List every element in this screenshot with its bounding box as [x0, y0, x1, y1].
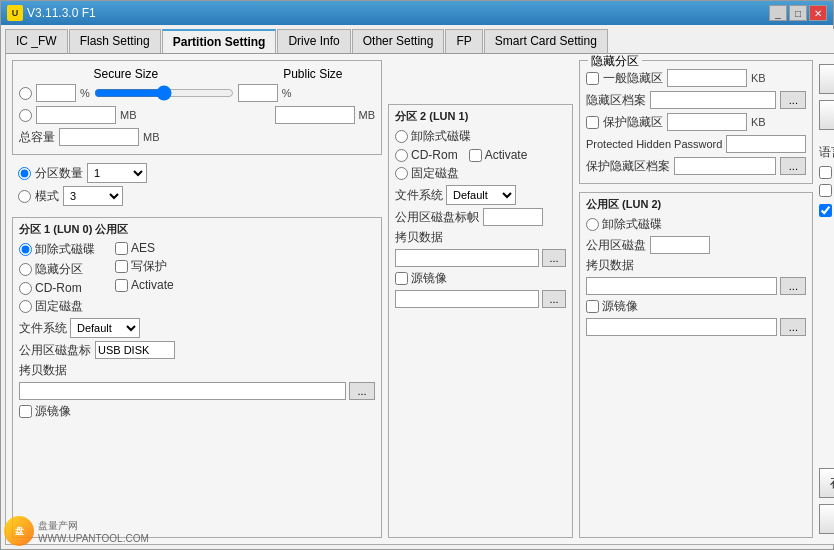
secure-percent-input[interactable] — [36, 84, 76, 102]
lun0-activate-check[interactable] — [115, 279, 128, 292]
size-slider[interactable] — [94, 87, 234, 99]
save-button[interactable]: 保存 — [819, 64, 834, 94]
tab-fp[interactable]: FP — [445, 29, 482, 53]
protect-hidden-check[interactable] — [586, 116, 599, 129]
lun2-title: 公用区 (LUN 2) — [586, 197, 806, 212]
watermark-logo: 盘 — [4, 516, 34, 546]
lun1-fixed-label: 固定磁盘 — [411, 165, 459, 182]
lun1-removable-label: 卸除式磁碟 — [411, 128, 471, 145]
english-lang-item: English — [819, 165, 834, 179]
kb-unit-2: KB — [751, 116, 766, 128]
language-section: 语言 English 繁體中文 简体中文 — [819, 144, 834, 222]
lun0-removable-radio[interactable] — [19, 243, 32, 256]
partition-count-label: 分区数量 — [35, 165, 83, 182]
lun0-disk-label-row: 公用区磁盘标 — [19, 341, 375, 359]
simplified-check[interactable] — [819, 204, 832, 217]
lun1-disk-label-input[interactable] — [483, 208, 543, 226]
lun2-copy-browse-btn[interactable]: ... — [780, 277, 806, 295]
lang-title: 语言 — [819, 144, 834, 161]
lun0-activate-row: Activate — [115, 278, 174, 292]
lun1-copy-browse-btn[interactable]: ... — [542, 249, 566, 267]
lun0-cdrom-radio[interactable] — [19, 282, 32, 295]
lun0-copy-input[interactable] — [19, 382, 346, 400]
hidden-file-input[interactable] — [650, 91, 776, 109]
public-mb-input[interactable] — [275, 106, 355, 124]
tab-bar: IC _FW Flash Setting Partition Setting D… — [5, 29, 834, 54]
lun1-source-input[interactable] — [395, 290, 539, 308]
tab-partition-setting[interactable]: Partition Setting — [162, 29, 277, 53]
lun0-copy-browse-btn[interactable]: ... — [349, 382, 375, 400]
lun1-copy-input[interactable] — [395, 249, 539, 267]
panel-body: Secure Size Public Size % % — [5, 54, 834, 545]
minimize-button[interactable]: _ — [769, 5, 787, 21]
tab-flash-setting[interactable]: Flash Setting — [69, 29, 161, 53]
cancel-button[interactable]: 取消 — [819, 504, 834, 534]
lun1-activate-label: Activate — [485, 148, 528, 162]
lun1-fs-select[interactable]: Default — [446, 185, 516, 205]
protect-password-input[interactable] — [726, 135, 806, 153]
lun1-cdrom-radio[interactable] — [395, 149, 408, 162]
mode-select[interactable]: 3 1 2 — [63, 186, 123, 206]
protect-file-row: 保护隐藏区档案 ... — [586, 157, 806, 175]
lun1-copy-row: 拷贝数据 — [395, 229, 566, 246]
general-hidden-check[interactable] — [586, 72, 599, 85]
lun2-copy-label: 拷贝数据 — [586, 257, 634, 274]
mb-unit-3: MB — [143, 131, 160, 143]
tab-ic-fw[interactable]: IC _FW — [5, 29, 68, 53]
partition-count-select[interactable]: 1 2 3 — [87, 163, 147, 183]
lun1-source-browse-btn[interactable]: ... — [542, 290, 566, 308]
traditional-check[interactable] — [819, 184, 832, 197]
lun2-disk-label-input[interactable] — [650, 236, 710, 254]
general-hidden-label: 一般隐藏区 — [603, 70, 663, 87]
percent-radio[interactable] — [19, 87, 32, 100]
lun1-disk-label-row: 公用区磁盘标帜 — [395, 208, 566, 226]
lun2-copy-input[interactable] — [586, 277, 777, 295]
lun1-source-check[interactable] — [395, 272, 408, 285]
english-check[interactable] — [819, 166, 832, 179]
lun2-source-input[interactable] — [586, 318, 777, 336]
lun2-removable-radio[interactable] — [586, 218, 599, 231]
load-button[interactable]: 载入 — [819, 100, 834, 130]
hidden-file-browse-btn[interactable]: ... — [780, 91, 806, 109]
protect-hidden-kb-input[interactable] — [667, 113, 747, 131]
hidden-area: 隐藏分区 一般隐藏区 KB 隐藏区档案 ... — [579, 60, 813, 184]
lun1-activate-check[interactable] — [469, 149, 482, 162]
general-hidden-kb-input[interactable] — [667, 69, 747, 87]
tab-drive-info[interactable]: Drive Info — [277, 29, 350, 53]
tab-other-setting[interactable]: Other Setting — [352, 29, 445, 53]
partition-count-radio[interactable] — [18, 167, 31, 180]
lun1-fixed-radio[interactable] — [395, 167, 408, 180]
lun0-disk-label-input[interactable] — [95, 341, 175, 359]
lun0-fs-select[interactable]: Default — [70, 318, 140, 338]
save-as-button[interactable]: 存贮为 — [819, 468, 834, 498]
mb-radio[interactable] — [19, 109, 32, 122]
lun1-cdrom-row: CD-Rom Activate — [395, 148, 566, 162]
mode-radio[interactable] — [18, 190, 31, 203]
protect-file-browse-btn[interactable]: ... — [780, 157, 806, 175]
tab-smart-card[interactable]: Smart Card Setting — [484, 29, 608, 53]
lun0-source-check[interactable] — [19, 405, 32, 418]
lun1-removable-radio[interactable] — [395, 130, 408, 143]
lun2-source-browse-btn[interactable]: ... — [780, 318, 806, 336]
public-percent-input[interactable] — [238, 84, 278, 102]
lun0-write-protect-check[interactable] — [115, 260, 128, 273]
lun0-cdrom-label: CD-Rom — [35, 281, 82, 295]
lun0-left-radios: 卸除式磁碟 隐藏分区 CD-Rom — [19, 241, 95, 318]
lun2-disk-label-text: 公用区磁盘 — [586, 237, 646, 254]
secure-mb-input[interactable] — [36, 106, 116, 124]
total-label: 总容量 — [19, 129, 55, 146]
lun0-hidden-radio[interactable] — [19, 263, 32, 276]
protect-file-input[interactable] — [674, 157, 776, 175]
middle-spacer — [388, 60, 573, 100]
lun0-source-row: 源镜像 — [19, 403, 375, 420]
lun1-copy-input-row: ... — [395, 249, 566, 267]
lun2-source-check[interactable] — [586, 300, 599, 313]
total-input[interactable] — [59, 128, 139, 146]
lun2-copy-row: 拷贝数据 — [586, 257, 806, 274]
lun0-fixed-radio[interactable] — [19, 300, 32, 313]
lun0-copy-row: 拷贝数据 — [19, 362, 375, 379]
lun0-aes-check[interactable] — [115, 242, 128, 255]
maximize-button[interactable]: □ — [789, 5, 807, 21]
close-button[interactable]: ✕ — [809, 5, 827, 21]
content-area: IC _FW Flash Setting Partition Setting D… — [1, 25, 833, 549]
